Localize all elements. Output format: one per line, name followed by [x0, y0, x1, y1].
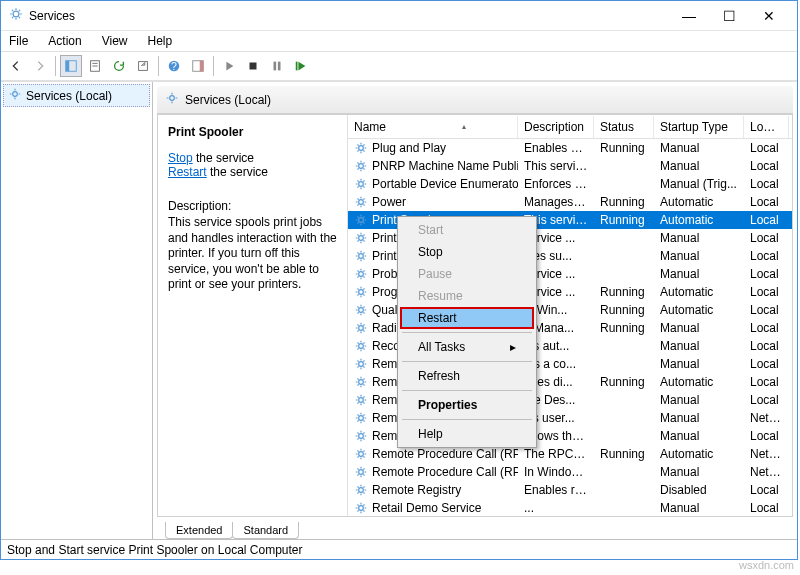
gear-icon	[354, 267, 368, 281]
export-button[interactable]	[132, 55, 154, 77]
menu-file[interactable]: File	[5, 32, 32, 50]
tab-standard[interactable]: Standard	[232, 522, 299, 539]
statusbar: Stop and Start service Print Spooler on …	[1, 539, 797, 559]
menu-help[interactable]: Help	[144, 32, 177, 50]
show-hide-tree-button[interactable]	[60, 55, 82, 77]
detail-panel: Print Spooler Stop the service Restart t…	[158, 115, 348, 516]
ctx-properties[interactable]: Properties	[400, 394, 534, 416]
ctx-start: Start	[400, 219, 534, 241]
service-status	[594, 504, 654, 512]
svg-point-35	[359, 470, 364, 475]
restart-link[interactable]: Restart	[168, 165, 207, 179]
svg-rect-14	[296, 62, 298, 71]
svg-point-29	[359, 362, 364, 367]
maximize-button[interactable]: ☐	[709, 2, 749, 30]
svg-rect-13	[278, 62, 281, 71]
menu-action[interactable]: Action	[44, 32, 85, 50]
description-text: This service spools print jobs and handl…	[168, 215, 337, 293]
col-header-logon[interactable]: Log O	[744, 116, 789, 138]
service-row[interactable]: Retail Demo Service...ManualLocal	[348, 499, 792, 516]
minimize-button[interactable]: —	[669, 2, 709, 30]
svg-point-0	[13, 11, 19, 17]
service-name: Portable Device Enumerator...	[372, 177, 518, 191]
ctx-stop[interactable]: Stop	[400, 241, 534, 263]
gear-icon	[354, 501, 368, 515]
help-button[interactable]: ?	[163, 55, 185, 77]
svg-point-22	[359, 236, 364, 241]
gear-icon	[354, 213, 368, 227]
toolbar: ?	[1, 51, 797, 81]
menu-view[interactable]: View	[98, 32, 132, 50]
svg-point-25	[359, 290, 364, 295]
sort-asc-icon: ▴	[462, 122, 466, 131]
separator	[402, 361, 532, 362]
pause-service-button[interactable]	[266, 55, 288, 77]
service-status: Running	[594, 139, 654, 159]
svg-point-26	[359, 308, 364, 313]
gear-icon	[8, 87, 22, 104]
bottom-tabs: Extended Standard	[157, 517, 793, 539]
service-name: Power	[372, 195, 406, 209]
svg-point-33	[359, 434, 364, 439]
status-text: Stop and Start service Print Spooler on …	[7, 543, 303, 557]
gear-icon	[354, 411, 368, 425]
service-logon: Local	[744, 497, 789, 516]
svg-point-17	[359, 146, 364, 151]
forward-button[interactable]	[29, 55, 51, 77]
svg-point-18	[359, 164, 364, 169]
ctx-refresh[interactable]: Refresh	[400, 365, 534, 387]
col-header-startup[interactable]: Startup Type	[654, 116, 744, 138]
tree-item-services-local[interactable]: Services (Local)	[3, 84, 150, 107]
service-status	[594, 342, 654, 350]
service-name: Remote Procedure Call (RP...	[372, 465, 518, 479]
service-status	[594, 360, 654, 368]
window-title: Services	[29, 9, 669, 23]
svg-rect-10	[200, 61, 204, 72]
stop-link[interactable]: Stop	[168, 151, 193, 165]
titlebar: Services — ☐ ✕	[1, 1, 797, 31]
service-status	[594, 468, 654, 476]
ctx-all-tasks[interactable]: All Tasks▸	[400, 336, 534, 358]
ctx-pause: Pause	[400, 263, 534, 285]
tab-extended[interactable]: Extended	[165, 522, 233, 539]
service-startup: Manual	[654, 497, 744, 516]
service-status: Running	[594, 371, 654, 393]
svg-rect-12	[274, 62, 277, 71]
gear-icon	[354, 483, 368, 497]
ctx-restart[interactable]: Restart	[400, 307, 534, 329]
service-status	[594, 162, 654, 170]
stop-line: Stop the service	[168, 151, 337, 165]
refresh-button[interactable]	[108, 55, 130, 77]
col-header-description[interactable]: Description	[518, 116, 594, 138]
start-service-button[interactable]	[218, 55, 240, 77]
col-header-name[interactable]: Name▴	[348, 116, 518, 138]
gear-icon	[354, 357, 368, 371]
tree-pane: Services (Local)	[1, 82, 153, 539]
col-header-status[interactable]: Status	[594, 116, 654, 138]
restart-service-button[interactable]	[290, 55, 312, 77]
separator	[402, 332, 532, 333]
show-hide-action-button[interactable]	[187, 55, 209, 77]
gear-icon	[354, 375, 368, 389]
svg-point-30	[359, 380, 364, 385]
service-status: Running	[594, 209, 654, 231]
separator	[402, 390, 532, 391]
svg-point-19	[359, 182, 364, 187]
svg-point-27	[359, 326, 364, 331]
window-controls: — ☐ ✕	[669, 2, 789, 30]
stop-service-button[interactable]	[242, 55, 264, 77]
gear-icon	[354, 447, 368, 461]
svg-rect-11	[250, 63, 257, 70]
gear-icon	[354, 249, 368, 263]
back-button[interactable]	[5, 55, 27, 77]
service-status	[594, 270, 654, 278]
svg-point-36	[359, 488, 364, 493]
properties-button[interactable]	[84, 55, 106, 77]
svg-point-16	[170, 96, 175, 101]
ctx-help[interactable]: Help	[400, 423, 534, 445]
svg-rect-6	[139, 62, 148, 71]
close-button[interactable]: ✕	[749, 2, 789, 30]
svg-text:?: ?	[171, 60, 177, 72]
app-icon	[9, 7, 23, 24]
gear-icon	[354, 285, 368, 299]
